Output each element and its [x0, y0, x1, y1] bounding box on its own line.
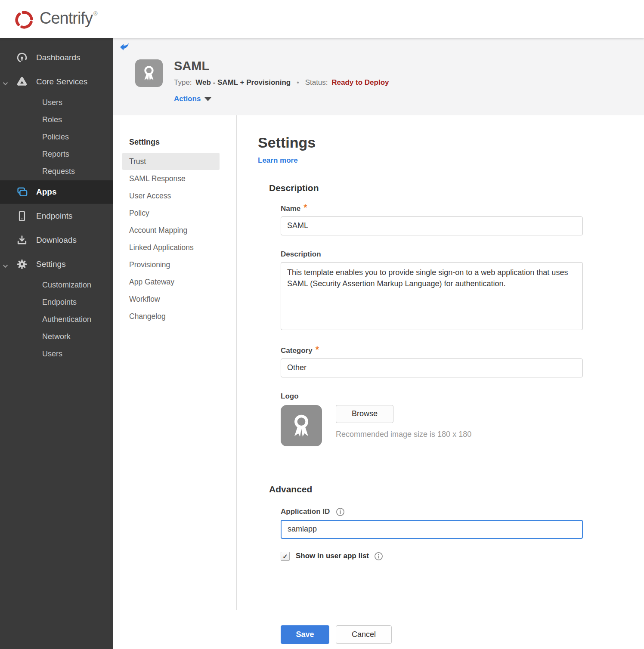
subnav-item-app-gateway[interactable]: App Gateway [122, 273, 220, 291]
page-header: SAML Type: Web - SAML + Provisioning • S… [113, 38, 644, 115]
sidebar-item-customization[interactable]: Customization [0, 276, 113, 294]
required-asterisk: * [303, 204, 307, 210]
sidebar-label: Downloads [36, 235, 77, 245]
description-section-heading: Description [269, 183, 583, 193]
name-label: Name * [281, 204, 583, 213]
smartphone-icon [15, 210, 28, 222]
subnav-item-linked-applications[interactable]: Linked Applications [122, 239, 220, 256]
actions-label: Actions [174, 95, 201, 103]
category-input[interactable] [281, 358, 583, 377]
registered-mark: ® [93, 10, 98, 17]
info-icon[interactable] [336, 507, 345, 516]
subnav-item-workflow[interactable]: Workflow [122, 291, 220, 308]
logo-preview-ribbon-icon [281, 405, 322, 446]
category-label: Category * [281, 346, 583, 355]
sidebar-item-reports[interactable]: Reports [0, 145, 113, 163]
sidebar-label: Dashboards [36, 53, 80, 62]
back-arrow-icon[interactable] [119, 42, 130, 52]
sidebar-item-endpoints[interactable]: Endpoints [0, 204, 113, 228]
sidebar-label: Apps [36, 187, 57, 197]
sidebar-item-apps[interactable]: Apps [0, 180, 113, 204]
cancel-button[interactable]: Cancel [336, 625, 392, 644]
subnav-item-trust[interactable]: Trust [122, 153, 220, 170]
core-services-icon [15, 76, 28, 88]
settings-form: Settings Learn more Description Name * D… [237, 115, 583, 644]
sidebar-label: Endpoints [36, 211, 73, 221]
page-title: Settings [258, 134, 583, 151]
sidebar-item-settings-endpoints[interactable]: Endpoints [0, 294, 113, 311]
centrify-swirl-icon [13, 9, 35, 31]
sidebar-item-settings[interactable]: Settings [0, 252, 113, 276]
sidebar: Dashboards Core Services Users Roles Pol… [0, 38, 113, 649]
subnav-item-changelog[interactable]: Changelog [122, 308, 220, 325]
sidebar-item-roles[interactable]: Roles [0, 111, 113, 128]
gauge-icon [15, 52, 28, 64]
sidebar-item-network[interactable]: Network [0, 328, 113, 345]
caret-down-icon [204, 97, 211, 101]
info-icon[interactable] [374, 552, 383, 561]
brand-name: Centrify [40, 7, 93, 29]
required-asterisk: * [316, 346, 319, 352]
application-id-input[interactable] [281, 520, 583, 539]
logo-label: Logo [281, 392, 583, 401]
subnav-item-account-mapping[interactable]: Account Mapping [122, 222, 220, 239]
chevron-down-icon [3, 79, 8, 89]
learn-more-link[interactable]: Learn more [258, 156, 298, 165]
description-label: Description [281, 250, 583, 259]
meta-separator: • [297, 78, 299, 87]
chevron-down-icon [3, 262, 8, 271]
status-label: Status: [305, 78, 328, 87]
status-value: Ready to Deploy [331, 78, 389, 87]
show-in-user-app-list-checkbox[interactable]: ✓ [281, 552, 290, 561]
settings-subnav: Settings Trust SAML Response User Access… [113, 115, 237, 610]
save-button[interactable]: Save [281, 625, 329, 644]
app-meta: Type: Web - SAML + Provisioning • Status… [174, 78, 389, 87]
sidebar-item-settings-users[interactable]: Users [0, 345, 113, 362]
sidebar-label: Settings [36, 260, 66, 269]
sidebar-item-users[interactable]: Users [0, 94, 113, 111]
sidebar-item-policies[interactable]: Policies [0, 128, 113, 145]
download-icon [15, 234, 28, 246]
sidebar-item-dashboards[interactable]: Dashboards [0, 46, 113, 70]
logo-size-hint: Recommended image size is 180 x 180 [336, 430, 471, 439]
sidebar-item-downloads[interactable]: Downloads [0, 228, 113, 252]
subnav-item-user-access[interactable]: User Access [122, 187, 220, 204]
sidebar-item-requests[interactable]: Requests [0, 163, 113, 180]
app-logo-ribbon-icon [135, 59, 163, 87]
sidebar-item-core-services[interactable]: Core Services [0, 70, 113, 94]
subnav-item-saml-response[interactable]: SAML Response [122, 170, 220, 187]
apps-icon [15, 186, 28, 198]
application-id-label: Application ID [281, 507, 583, 516]
app-title: SAML [174, 59, 389, 73]
type-value: Web - SAML + Provisioning [195, 78, 291, 87]
subnav-item-policy[interactable]: Policy [122, 204, 220, 222]
description-textarea[interactable]: This template enables you to provide sin… [281, 262, 583, 330]
type-label: Type: [174, 78, 192, 87]
centrify-logo: Centrify ® [13, 7, 98, 31]
advanced-section-heading: Advanced [269, 484, 583, 494]
show-in-user-app-list-label: Show in user app list [296, 552, 369, 560]
subnav-header: Settings [129, 138, 236, 147]
subnav-item-provisioning[interactable]: Provisioning [122, 256, 220, 273]
gear-icon [15, 258, 28, 270]
sidebar-label: Core Services [36, 77, 87, 87]
checkmark-icon: ✓ [282, 553, 288, 559]
browse-button[interactable]: Browse [336, 405, 393, 423]
sidebar-item-authentication[interactable]: Authentication [0, 311, 113, 328]
actions-menu-button[interactable]: Actions [174, 95, 389, 103]
top-bar: Centrify ® [0, 0, 644, 38]
name-input[interactable] [281, 216, 583, 235]
